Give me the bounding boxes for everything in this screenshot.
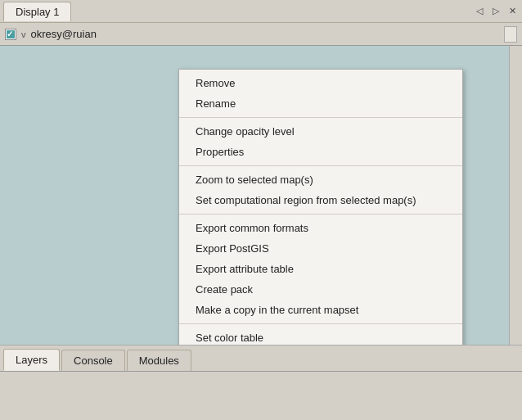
bottom-tabs: LayersConsoleModules xyxy=(0,345,522,371)
prev-button[interactable]: ◁ xyxy=(473,5,486,18)
checkmark: ✓ xyxy=(7,29,13,38)
layer-checkbox[interactable]: ✓ xyxy=(5,29,16,40)
close-button[interactable]: ✕ xyxy=(506,5,519,18)
menu-separator-5 xyxy=(179,214,462,215)
menu-item-set-comp-region[interactable]: Set computational region from selected m… xyxy=(179,190,462,210)
display-tab[interactable]: Display 1 xyxy=(3,2,71,21)
menu-item-change-opacity[interactable]: Change opacity level xyxy=(179,121,462,142)
status-bar xyxy=(0,371,522,420)
layer-scroll-handle[interactable] xyxy=(504,26,517,43)
next-button[interactable]: ▷ xyxy=(489,5,502,18)
menu-item-export-attr-table[interactable]: Export attribute table xyxy=(179,259,462,279)
menu-separator-10 xyxy=(179,323,462,324)
menu-item-remove[interactable]: Remove xyxy=(179,73,462,93)
map-scrollbar[interactable] xyxy=(509,46,522,345)
menu-item-export-postgis[interactable]: Export PostGIS xyxy=(179,238,462,259)
title-bar-controls: ◁ ▷ ✕ xyxy=(473,5,519,18)
menu-item-zoom-selected[interactable]: Zoom to selected map(s) xyxy=(179,169,462,190)
layer-bar-right xyxy=(504,26,517,43)
menu-item-set-color-table[interactable]: Set color table xyxy=(179,327,462,345)
tab-layers[interactable]: Layers xyxy=(3,349,60,371)
tab-console[interactable]: Console xyxy=(61,350,125,371)
map-area: RemoveRenameChange opacity levelProperti… xyxy=(0,46,522,345)
context-menu: RemoveRenameChange opacity levelProperti… xyxy=(178,69,463,345)
layer-type-indicator: v xyxy=(21,29,26,39)
menu-item-make-copy[interactable]: Make a copy in the current mapset xyxy=(179,300,462,320)
checkbox-inner: ✓ xyxy=(7,30,15,38)
tab-modules[interactable]: Modules xyxy=(127,350,191,371)
menu-separator-1 xyxy=(179,117,462,118)
layer-name-label: okresy@ruian xyxy=(31,28,97,40)
menu-separator-3 xyxy=(179,165,462,166)
layer-bar: ✓ v okresy@ruian xyxy=(0,23,522,46)
title-bar: Display 1 ◁ ▷ ✕ xyxy=(0,0,522,23)
display-tab-label: Display 1 xyxy=(16,6,59,18)
main-window: Display 1 ◁ ▷ ✕ ✓ v okresy@ruian xyxy=(0,0,522,420)
menu-item-rename[interactable]: Rename xyxy=(179,93,462,114)
menu-item-properties[interactable]: Properties xyxy=(179,142,462,162)
menu-item-create-pack[interactable]: Create pack xyxy=(179,279,462,300)
content-area: ✓ v okresy@ruian RemoveRenameChange opac… xyxy=(0,23,522,420)
menu-item-export-common[interactable]: Export common formats xyxy=(179,218,462,238)
